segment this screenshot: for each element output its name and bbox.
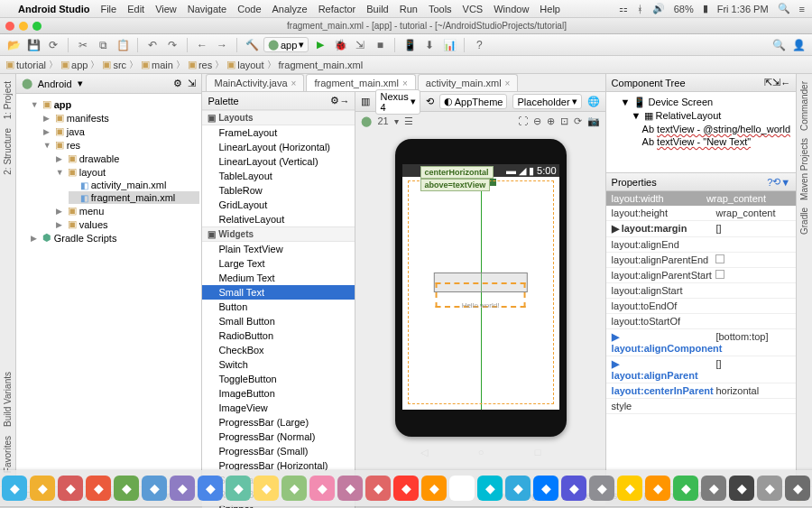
dock-app[interactable]: ◆	[393, 476, 419, 501]
close-window-button[interactable]	[5, 22, 14, 31]
palette-item[interactable]: GridLayout	[202, 198, 355, 212]
dock-app[interactable]: ◆	[170, 476, 195, 501]
notification-icon[interactable]: ≡	[799, 4, 805, 14]
theme-selector[interactable]: ◐AppTheme	[439, 94, 508, 109]
hammer-icon[interactable]: 🔨	[244, 37, 260, 53]
dock-app[interactable]: ◆	[449, 476, 475, 501]
dock-app[interactable]: ◆	[114, 476, 139, 501]
dock-app[interactable]: ◆	[701, 476, 726, 501]
dock-app[interactable]: ◆	[757, 476, 782, 501]
bluetooth-icon[interactable]: ᚼ	[637, 4, 643, 14]
dock-app[interactable]: ◆	[86, 476, 111, 501]
monitor-icon[interactable]: 📊	[441, 37, 457, 53]
dock-app[interactable]: ◆	[589, 476, 614, 501]
device-selector[interactable]: Nexus 4▾	[375, 89, 420, 115]
copy-icon[interactable]: ⧉	[95, 37, 111, 53]
dock-app[interactable]: ◆	[226, 476, 251, 501]
wifi-icon[interactable]: ⚏	[619, 3, 628, 14]
collapse-icon[interactable]: ⇲	[188, 78, 196, 89]
recent-icon[interactable]: □	[535, 447, 541, 458]
dock-app[interactable]: ◆	[365, 476, 391, 501]
crumb-item[interactable]: ▣res	[188, 59, 212, 70]
property-row[interactable]: layout:alignEnd	[606, 237, 797, 253]
palette-item[interactable]: LinearLayout (Vertical)	[202, 154, 355, 169]
spotlight-icon[interactable]: 🔍	[778, 3, 790, 14]
dock-app[interactable]: ◆	[2, 476, 27, 501]
gear-icon[interactable]: ⚙	[330, 95, 339, 106]
palette-item[interactable]: LinearLayout (Horizontal)	[202, 140, 355, 154]
palette-item[interactable]: Small Text	[202, 285, 355, 300]
property-row[interactable]: layout:alignParentStart	[606, 268, 797, 283]
hello-world-text[interactable]: Hello world!	[462, 301, 500, 309]
design-canvas[interactable]: centerHorizontal above=textView ▬ ◢ ▮5:0…	[355, 130, 604, 508]
crumb-item[interactable]: ▣app	[60, 59, 88, 70]
open-icon[interactable]: 📂	[5, 37, 22, 53]
palette-item[interactable]: CheckBox	[202, 343, 355, 357]
property-row[interactable]: layout:heightwrap_content	[606, 206, 797, 221]
reset-zoom-icon[interactable]: ⊡	[560, 115, 568, 127]
property-row[interactable]: layout:alignParentEnd	[606, 253, 797, 268]
menu-help[interactable]: Help	[540, 4, 560, 14]
placeholder-selector[interactable]: Placeholder▾	[512, 94, 581, 109]
tab-commander[interactable]: Commander	[798, 78, 810, 134]
palette-item[interactable]: Small Button	[202, 314, 355, 328]
crumb-item[interactable]: ▣src	[102, 59, 126, 70]
close-icon[interactable]: ×	[291, 79, 297, 88]
palette-item[interactable]: ProgressBar (Small)	[202, 444, 355, 458]
battery-icon[interactable]: ▮	[703, 3, 708, 14]
close-icon[interactable]: ×	[505, 79, 511, 88]
revert-icon[interactable]: ⟲	[772, 176, 780, 188]
property-row[interactable]: ▶ layout:margin[]	[606, 221, 797, 237]
zoom-out-icon[interactable]: ⊖	[533, 115, 541, 127]
crumb-item[interactable]: fragment_main.xml	[279, 60, 364, 70]
dock-app[interactable]: ◆	[58, 476, 83, 501]
expand-all-icon[interactable]: ⇱	[764, 77, 772, 88]
sync-icon[interactable]: ⟳	[45, 37, 61, 53]
palette-item[interactable]: TableLayout	[202, 169, 355, 183]
palette-item[interactable]: FrameLayout	[202, 125, 355, 140]
editor-tab[interactable]: activity_main.xml×	[418, 74, 519, 91]
redo-icon[interactable]: ↷	[164, 37, 180, 53]
crumb-item[interactable]: ▣tutorial	[5, 59, 46, 70]
help-icon[interactable]: ?	[471, 37, 487, 53]
expand-icon[interactable]: ⛶	[518, 115, 528, 126]
palette-item[interactable]: Switch	[202, 357, 355, 372]
battery-text[interactable]: 68%	[674, 4, 694, 14]
close-icon[interactable]: ×	[402, 79, 408, 88]
dock-app[interactable]: ◆	[281, 476, 307, 501]
menu-code[interactable]: Code	[237, 4, 261, 14]
dock-app[interactable]: ◆	[309, 476, 335, 501]
dock-app[interactable]: ◆	[673, 476, 698, 501]
filter-icon[interactable]: ▼	[780, 177, 790, 188]
palette-item[interactable]: RadioButton	[202, 328, 355, 343]
dock-app[interactable]: ◆	[198, 476, 223, 501]
back-icon[interactable]: ◁	[420, 447, 428, 458]
palette-item[interactable]: ProgressBar (Large)	[202, 415, 355, 429]
cut-icon[interactable]: ✂	[75, 37, 91, 53]
project-view-label[interactable]: Android	[38, 79, 72, 89]
properties-body[interactable]: layout:widthwrap_content layout:heightwr…	[606, 191, 797, 486]
property-row[interactable]: layout:toEndOf	[606, 299, 797, 314]
hide-icon[interactable]: ←	[780, 78, 790, 88]
dock-app[interactable]: ◆	[617, 476, 642, 501]
property-row[interactable]: style	[606, 399, 797, 414]
debug-button[interactable]: 🐞	[332, 37, 348, 53]
dock-app[interactable]: ◆	[30, 476, 55, 501]
palette-item[interactable]: ProgressBar (Normal)	[202, 429, 355, 444]
zoom-in-icon[interactable]: ⊕	[547, 115, 555, 127]
chevron-down-icon[interactable]: ▾	[78, 78, 83, 89]
tab-structure[interactable]: 2: Structure	[2, 125, 14, 179]
menu-run[interactable]: Run	[400, 4, 418, 14]
undo-icon[interactable]: ↶	[144, 37, 161, 53]
dock-app[interactable]: ◆	[142, 476, 167, 501]
property-row[interactable]: ▶ layout:alignComponent[bottom:top]	[606, 329, 797, 356]
camera-icon[interactable]: 📷	[587, 115, 600, 127]
collapse-icon[interactable]: →	[339, 96, 349, 106]
palette-group[interactable]: ▣ Layouts	[202, 110, 355, 125]
palette-item[interactable]: RelativeLayout	[202, 212, 355, 226]
property-row[interactable]: ▶ layout:alignParent[]	[606, 356, 797, 383]
maximize-window-button[interactable]	[32, 22, 42, 31]
component-tree[interactable]: ▼ 📱 Device Screen ▼ ▦ RelativeLayout Ab …	[606, 92, 797, 173]
dock-app[interactable]: ◆	[729, 476, 754, 501]
sdk-icon[interactable]: ⬇	[421, 37, 438, 53]
